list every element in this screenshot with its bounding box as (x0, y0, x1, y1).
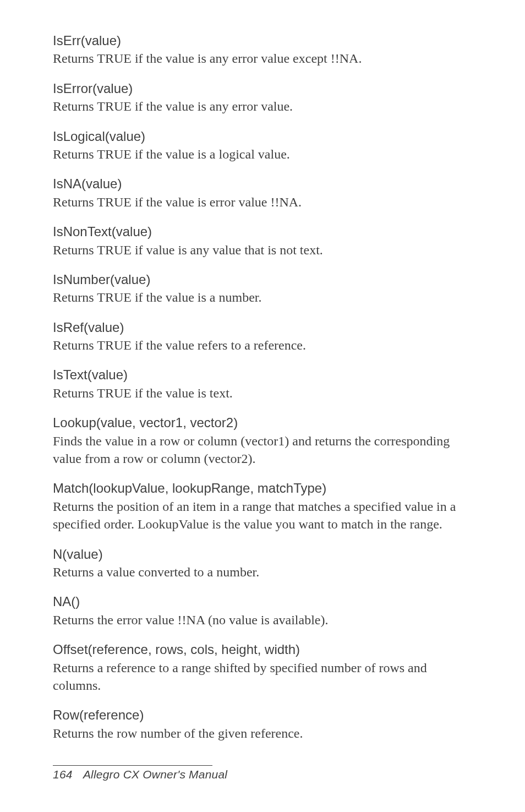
entry: Lookup(value, vector1, vector2) Finds th… (53, 414, 472, 467)
entry: IsError(value) Returns TRUE if the value… (53, 80, 472, 116)
manual-title: Allegro CX Owner's Manual (83, 768, 227, 781)
entry: IsNumber(value) Returns TRUE if the valu… (53, 271, 472, 307)
entry: IsLogical(value) Returns TRUE if the val… (53, 128, 472, 164)
function-signature: IsError(value) (53, 80, 472, 97)
entry: NA() Returns the error value !!NA (no va… (53, 593, 472, 629)
function-description: Returns TRUE if the value refers to a re… (53, 336, 472, 354)
function-description: Returns TRUE if the value is error value… (53, 193, 472, 211)
entry: IsNonText(value) Returns TRUE if value i… (53, 223, 472, 259)
entry: N(value) Returns a value converted to a … (53, 546, 472, 581)
function-signature: Row(reference) (53, 706, 472, 724)
function-description: Returns a reference to a range shifted b… (53, 659, 472, 695)
footer-rule (53, 765, 212, 766)
function-description: Finds the value in a row or column (vect… (53, 432, 472, 468)
function-signature: Lookup(value, vector1, vector2) (53, 414, 472, 432)
function-description: Returns TRUE if the value is a number. (53, 288, 472, 306)
entry: IsNA(value) Returns TRUE if the value is… (53, 175, 472, 211)
function-signature: Match(lookupValue, lookupRange, matchTyp… (53, 479, 472, 497)
function-signature: NA() (53, 593, 472, 611)
function-description: Returns a value converted to a number. (53, 563, 472, 581)
function-signature: IsNonText(value) (53, 223, 472, 241)
entry: IsText(value) Returns TRUE if the value … (53, 366, 472, 402)
entry: Match(lookupValue, lookupRange, matchTyp… (53, 479, 472, 533)
footer-text: 164 Allegro CX Owner's Manual (53, 768, 227, 781)
function-signature: IsErr(value) (53, 32, 472, 50)
function-description: Returns the row number of the given refe… (53, 724, 472, 742)
function-description: Returns TRUE if value is any value that … (53, 241, 472, 259)
page-number: 164 (53, 768, 73, 781)
function-description: Returns TRUE if the value is a logical v… (53, 145, 472, 163)
entry: Offset(reference, rows, cols, height, wi… (53, 641, 472, 694)
function-signature: N(value) (53, 546, 472, 563)
function-description: Returns TRUE if the value is text. (53, 384, 472, 402)
function-signature: IsNA(value) (53, 175, 472, 193)
entry: IsRef(value) Returns TRUE if the value r… (53, 319, 472, 355)
function-description: Returns the error value !!NA (no value i… (53, 611, 472, 629)
function-description: Returns the position of an item in a ran… (53, 498, 472, 533)
entry: IsErr(value) Returns TRUE if the value i… (53, 32, 472, 68)
page-footer: 164 Allegro CX Owner's Manual (53, 765, 227, 781)
content-area: IsErr(value) Returns TRUE if the value i… (53, 32, 472, 742)
function-description: Returns TRUE if the value is any error v… (53, 97, 472, 115)
function-description: Returns TRUE if the value is any error v… (53, 50, 472, 67)
function-signature: IsLogical(value) (53, 128, 472, 145)
entry: Row(reference) Returns the row number of… (53, 706, 472, 742)
function-signature: IsNumber(value) (53, 271, 472, 288)
function-signature: Offset(reference, rows, cols, height, wi… (53, 641, 472, 658)
function-signature: IsText(value) (53, 366, 472, 384)
function-signature: IsRef(value) (53, 319, 472, 336)
